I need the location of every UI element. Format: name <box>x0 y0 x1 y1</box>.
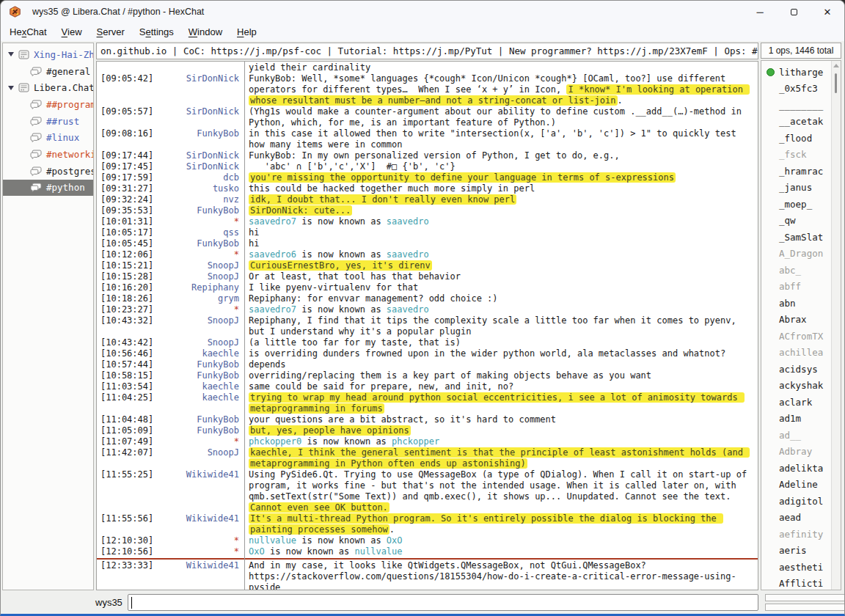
menu-item-server[interactable]: Server <box>89 24 132 40</box>
tree-item--linux[interactable]: #linux <box>3 129 93 146</box>
close-button[interactable]: ✕ <box>811 1 844 23</box>
message-nick[interactable]: Repiphany <box>158 282 244 293</box>
text-segment: is now known as <box>296 304 387 315</box>
text-segment: And in my case, it looks like QtWidgets.… <box>249 560 651 571</box>
user-list-item[interactable]: aclark <box>761 394 841 411</box>
user-list-item[interactable]: Adbray <box>761 444 841 461</box>
tree-item--networkin[interactable]: #networkin <box>3 146 93 163</box>
maximize-icon <box>791 9 797 15</box>
user-list-item[interactable]: _flood <box>761 130 841 147</box>
minimize-button[interactable]: ─ <box>743 1 777 23</box>
message-input[interactable] <box>128 594 758 611</box>
nick-reference: saavedro <box>387 249 429 260</box>
message-nick[interactable]: SnoopJ <box>158 337 244 348</box>
message-nick[interactable]: FunkyBob <box>158 359 244 370</box>
tree-item--general[interactable]: #general <box>3 63 93 80</box>
network-server-icon <box>18 50 29 59</box>
tree-item--rust[interactable]: ##rust <box>3 113 93 130</box>
message-nick[interactable]: SnoopJ <box>158 260 244 271</box>
user-list-item[interactable]: Adeline <box>761 477 841 494</box>
tree-item--postgresq[interactable]: #postgresq <box>3 163 93 180</box>
message-nick[interactable]: FunkyBob <box>158 205 244 216</box>
user-list-item[interactable]: _janus <box>761 180 841 197</box>
message-nick[interactable] <box>158 62 244 73</box>
menu-item-view[interactable]: View <box>54 24 89 40</box>
text-segment: SirDonNick: cute... <box>249 205 352 216</box>
user-list-item[interactable]: abn <box>761 295 841 312</box>
user-list-item[interactable]: abff <box>761 279 841 296</box>
user-list-item[interactable]: adigitol <box>761 493 841 510</box>
scroll-up-icon[interactable] <box>833 64 839 67</box>
message-nick[interactable]: Wikiwide41 <box>158 560 244 590</box>
menu-item-help[interactable]: Help <box>230 24 264 40</box>
message-nick[interactable]: tusko <box>158 183 244 194</box>
tree-item--python[interactable]: #python <box>3 180 93 197</box>
tree-item--programm[interactable]: ##programm <box>3 96 93 113</box>
message-nick[interactable]: kaechle <box>158 381 244 392</box>
user-list-item[interactable]: ________ <box>761 97 841 114</box>
url-link[interactable]: https://stackoverflow.com/questions/1815… <box>249 571 736 590</box>
tree-item-libera-chat[interactable]: Libera.Chat <box>3 79 93 96</box>
message-nick[interactable]: FunkyBob <box>158 128 244 150</box>
user-list-item[interactable]: ackyshak <box>761 378 841 395</box>
message-nick[interactable]: FunkyBob <box>158 370 244 381</box>
message-nick[interactable]: Wikiwide41 <box>158 469 244 513</box>
message-nick[interactable]: SirDonNick <box>158 161 244 172</box>
message-nick[interactable]: FunkyBob <box>158 238 244 249</box>
message-nick[interactable]: SnoopJ <box>158 315 244 337</box>
user-list-item[interactable]: _SamSlat <box>761 229 841 246</box>
message-nick[interactable]: FunkyBob <box>158 425 244 436</box>
message-nick[interactable]: SnoopJ <box>158 447 244 469</box>
message-nick[interactable]: FunkyBob <box>158 414 244 425</box>
user-list-item[interactable]: Afflicti <box>761 576 841 591</box>
menu-item-window[interactable]: Window <box>181 24 230 40</box>
message-nick[interactable]: SnoopJ <box>158 271 244 282</box>
user-list-item[interactable]: ad__ <box>761 427 841 444</box>
expander-triangle-down-icon[interactable] <box>8 52 14 56</box>
user-nick: Afflicti <box>779 578 823 589</box>
user-nick: _moep_ <box>779 199 812 210</box>
user-list-item[interactable]: ad1m <box>761 411 841 428</box>
user-list-item[interactable]: _fsck <box>761 147 841 164</box>
text-segment: (a little too far for my taste, that is) <box>249 337 461 348</box>
user-list-item[interactable]: aefinity <box>761 526 841 543</box>
user-list-item[interactable]: aeris <box>761 543 841 560</box>
user-list-item[interactable]: Abrax <box>761 312 841 329</box>
expander-triangle-down-icon[interactable] <box>8 86 14 90</box>
user-list-item[interactable]: aestheti <box>761 559 841 576</box>
message-nick[interactable]: qss <box>158 227 244 238</box>
message-nick[interactable]: kaechle <box>158 348 244 359</box>
message-nick[interactable]: dcb <box>158 172 244 183</box>
message-nick[interactable]: SirDonNick <box>158 150 244 161</box>
topic-bar[interactable]: on.github.io | CoC: https://j.mp/psf-coc… <box>96 43 758 59</box>
message-nick[interactable]: Wikiwide41 <box>158 513 244 535</box>
input-bar: wys35 <box>1 592 844 614</box>
text-segment: overriding/replacing them is a key part … <box>249 370 651 381</box>
user-list-item[interactable]: litharge <box>761 64 841 81</box>
menu-item-hexchat[interactable]: HexChat <box>2 24 54 40</box>
scrollbar-thumb[interactable] <box>835 73 837 93</box>
user-list-item[interactable]: ACfromTX <box>761 328 841 345</box>
message-nick[interactable]: nvz <box>158 194 244 205</box>
user-list-item[interactable]: adelikta <box>761 460 841 477</box>
user-list-item[interactable]: _0x5fc3 <box>761 81 841 98</box>
user-list-item[interactable]: _qw <box>761 213 841 230</box>
menu-item-settings[interactable]: Settings <box>132 24 181 40</box>
tree-item-xing-hai-zha[interactable]: Xing-Hai-Zha <box>3 46 93 63</box>
message-nick[interactable]: grym <box>158 293 244 304</box>
maximize-button[interactable] <box>777 1 811 23</box>
user-list-item[interactable]: A_Dragon <box>761 246 841 263</box>
user-list-item[interactable]: aead <box>761 510 841 527</box>
userlist-scrollbar[interactable] <box>831 61 841 590</box>
user-list-item[interactable]: _moep_ <box>761 196 841 213</box>
tree-item-label: #linux <box>46 132 79 143</box>
user-list-item[interactable]: achillea <box>761 345 841 362</box>
user-list-item[interactable]: _hramrac <box>761 163 841 180</box>
message-nick[interactable]: SirDonNick <box>158 73 244 106</box>
chat-log[interactable]: yield their cardinality[09:05:42]SirDonN… <box>96 61 758 590</box>
message-nick[interactable]: kaechle <box>158 392 244 414</box>
message-nick[interactable]: SirDonNick <box>158 106 244 128</box>
user-list-item[interactable]: __acetak <box>761 114 841 131</box>
user-list-item[interactable]: acidsys <box>761 361 841 378</box>
user-list-item[interactable]: abc_ <box>761 262 841 279</box>
